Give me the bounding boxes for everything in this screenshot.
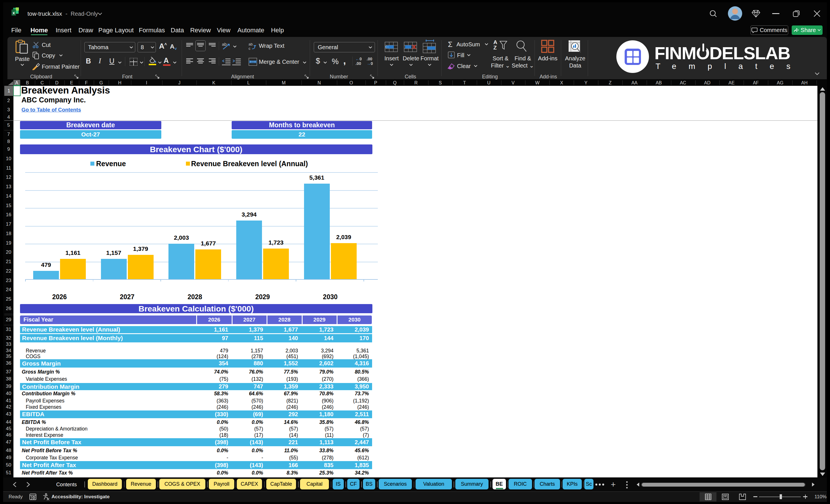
svg-text:ab: ab [249, 42, 253, 46]
svg-text:x: x [12, 10, 15, 15]
svg-text:c: c [249, 46, 251, 51]
svg-text:ab: ab [222, 42, 227, 46]
